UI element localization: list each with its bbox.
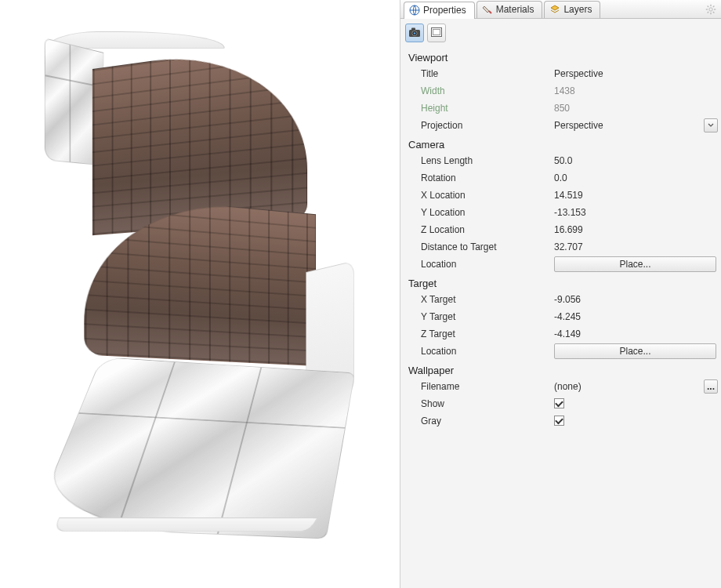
svg-point-12	[414, 32, 416, 34]
properties-panel: Properties Materials Layers	[400, 0, 721, 588]
viewport-height-readonly: 850	[549, 103, 721, 114]
row-lens-length: Lens Length 50.0	[400, 152, 721, 169]
section-camera-title: Camera	[400, 134, 721, 152]
row-cam-y: Y Location -13.153	[400, 204, 721, 221]
target-y-field[interactable]: -4.245	[549, 311, 721, 322]
frame-mode-button[interactable]	[427, 24, 446, 42]
paint-tube-icon	[482, 4, 493, 15]
prop-label: Z Location	[400, 224, 549, 235]
row-wallpaper-gray: Gray	[400, 412, 721, 430]
rotation-field[interactable]: 0.0	[549, 172, 721, 183]
section-viewport-title: Viewport	[400, 47, 721, 65]
tab-layers[interactable]: Layers	[544, 1, 600, 18]
globe-icon	[409, 5, 420, 16]
tab-label: Layers	[563, 4, 592, 15]
prop-label: Projection	[400, 120, 549, 131]
curved-wall-model	[39, 31, 368, 541]
prop-label: Y Target	[400, 311, 549, 322]
prop-label: Gray	[400, 416, 549, 426]
frame-icon	[430, 27, 443, 40]
gray-checkbox[interactable]	[554, 416, 564, 426]
row-target-location: Location Place...	[400, 343, 721, 360]
lens-length-field[interactable]: 50.0	[549, 155, 721, 166]
target-z-field[interactable]: -4.149	[549, 328, 721, 339]
tab-properties[interactable]: Properties	[404, 2, 475, 19]
camera-place-button[interactable]: Place...	[554, 256, 716, 272]
prop-label: Distance to Target	[400, 241, 549, 252]
ellipsis-icon: ...	[707, 383, 715, 390]
prop-label: X Location	[400, 190, 549, 201]
projection-value: Perspective	[554, 120, 603, 131]
row-wallpaper-show: Show	[400, 395, 721, 412]
prop-label: Title	[400, 68, 549, 79]
prop-label: Z Target	[400, 328, 549, 339]
prop-label: X Target	[400, 294, 549, 305]
layers-icon	[549, 4, 560, 15]
row-viewport-height: Height 850	[400, 100, 721, 117]
cam-y-field[interactable]: -13.153	[549, 207, 721, 218]
prop-label: Location	[400, 346, 549, 357]
prop-label: Width	[400, 85, 549, 96]
prop-label: Height	[400, 103, 549, 114]
row-rotation: Rotation 0.0	[400, 169, 721, 187]
tab-label: Properties	[423, 5, 466, 16]
camera-mode-button[interactable]	[405, 24, 424, 42]
row-target-x: X Target -9.056	[400, 291, 721, 308]
show-checkbox[interactable]	[554, 398, 564, 408]
section-wallpaper-title: Wallpaper	[400, 360, 721, 378]
prop-label: Location	[400, 259, 549, 270]
projection-dropdown[interactable]: Perspective	[549, 118, 721, 132]
target-place-button[interactable]: Place...	[554, 343, 716, 359]
viewport-3d[interactable]	[0, 0, 400, 588]
prop-label: Show	[400, 398, 549, 409]
prop-label: Y Location	[400, 207, 549, 218]
svg-point-1	[709, 7, 712, 10]
camera-icon	[408, 27, 421, 40]
gear-icon[interactable]	[704, 2, 718, 16]
svg-line-6	[708, 5, 709, 7]
target-x-field[interactable]: -9.056	[549, 294, 721, 305]
cam-x-field[interactable]: 14.519	[549, 190, 721, 201]
row-cam-location: Location Place...	[400, 256, 721, 273]
row-cam-z: Z Location 16.699	[400, 221, 721, 238]
row-viewport-width: Width 1438	[400, 82, 721, 100]
cam-z-field[interactable]: 16.699	[549, 224, 721, 235]
svg-rect-13	[411, 27, 415, 30]
section-target-title: Target	[400, 273, 721, 291]
row-cam-dist: Distance to Target 32.707	[400, 238, 721, 256]
cam-dist-field[interactable]: 32.707	[549, 241, 721, 252]
row-target-z: Z Target -4.149	[400, 325, 721, 343]
prop-label: Filename	[400, 381, 549, 392]
viewport-width-readonly: 1438	[549, 85, 721, 96]
svg-line-7	[713, 11, 715, 13]
wallpaper-filename-field[interactable]: (none) ...	[549, 379, 721, 394]
svg-line-8	[713, 5, 715, 7]
svg-line-9	[708, 11, 709, 13]
row-cam-x: X Location 14.519	[400, 187, 721, 204]
row-viewport-title: Title Perspective	[400, 65, 721, 82]
wallpaper-filename-value: (none)	[554, 381, 582, 392]
panel-toolbar	[400, 19, 721, 47]
tab-label: Materials	[496, 4, 534, 15]
browse-button[interactable]: ...	[704, 379, 718, 394]
prop-label: Rotation	[400, 172, 549, 183]
row-viewport-projection: Projection Perspective	[400, 117, 721, 134]
prop-label: Lens Length	[400, 155, 549, 166]
row-target-y: Y Target -4.245	[400, 308, 721, 325]
panel-tabs: Properties Materials Layers	[400, 0, 721, 19]
tab-materials[interactable]: Materials	[476, 1, 543, 18]
chevron-down-icon[interactable]	[704, 118, 718, 132]
viewport-title-field[interactable]: Perspective	[549, 68, 721, 79]
row-wallpaper-file: Filename (none) ...	[400, 378, 721, 395]
